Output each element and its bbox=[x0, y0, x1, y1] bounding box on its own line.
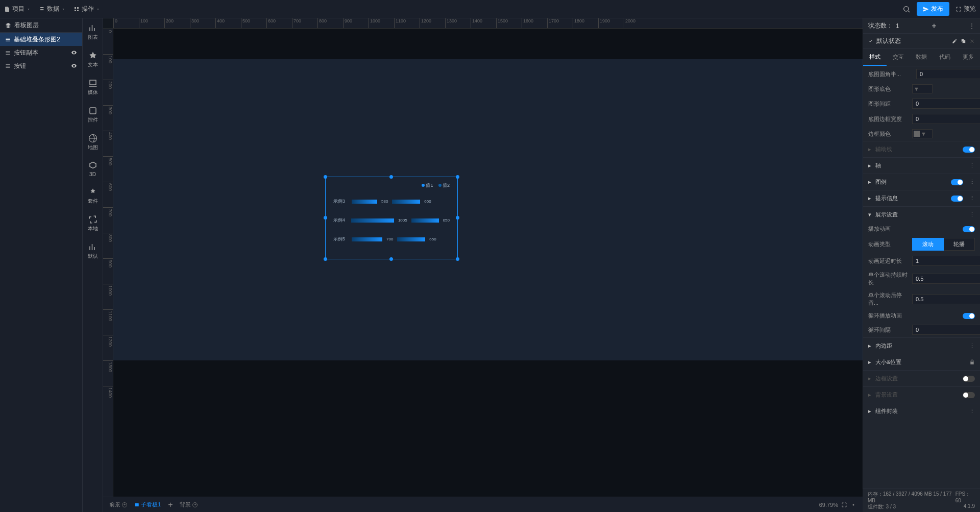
gap-label: 图形间距 bbox=[868, 100, 908, 108]
layers-header: 看板图层 bbox=[0, 18, 82, 33]
anim-scroll-button[interactable]: 滚动 bbox=[912, 238, 944, 251]
section-encapsulate[interactable]: ▸组件封装⋮ bbox=[863, 403, 980, 419]
legend-toggle[interactable] bbox=[951, 179, 963, 185]
tool-label: 媒体 bbox=[88, 89, 98, 96]
section-axis[interactable]: ▸轴⋮ bbox=[863, 157, 980, 174]
bg-color-picker[interactable]: ▼ bbox=[912, 84, 933, 93]
section-border-set[interactable]: ▸边框设置 bbox=[863, 370, 980, 386]
tool-label: 本地 bbox=[88, 225, 98, 232]
border-width-input[interactable] bbox=[912, 114, 980, 124]
bars-icon bbox=[5, 37, 11, 42]
tab-background[interactable]: 背景+ bbox=[180, 501, 198, 508]
guide-toggle[interactable] bbox=[963, 147, 975, 153]
copy-icon[interactable] bbox=[961, 38, 966, 44]
publish-button[interactable]: 发布 bbox=[917, 2, 949, 16]
svg-rect-2 bbox=[135, 503, 139, 506]
file-icon bbox=[4, 6, 10, 12]
gap-input[interactable] bbox=[912, 99, 980, 109]
border-color-label: 边框颜色 bbox=[868, 130, 908, 138]
corner-radius-input[interactable] bbox=[916, 69, 980, 79]
check-icon bbox=[868, 39, 873, 44]
close-icon[interactable] bbox=[969, 38, 975, 44]
loop-toggle[interactable] bbox=[963, 313, 975, 319]
menu-project[interactable]: 项目 bbox=[4, 5, 31, 13]
anim-carousel-button[interactable]: 轮播 bbox=[944, 238, 975, 251]
default-state-label[interactable]: 默认状态 bbox=[876, 37, 901, 45]
canvas-area: 0100200300400500600700800900100011001200… bbox=[103, 18, 863, 512]
layers-title: 看板图层 bbox=[14, 21, 39, 30]
tool-icon bbox=[88, 106, 97, 115]
section-bg-set[interactable]: ▸背景设置 bbox=[863, 386, 980, 403]
tool-label: 文本 bbox=[88, 61, 98, 68]
section-tooltip[interactable]: ▸提示信息⋮ bbox=[863, 190, 980, 206]
tool-label: 控件 bbox=[88, 116, 98, 124]
prop-tab-3[interactable]: 代码 bbox=[933, 49, 957, 66]
lock-icon[interactable] bbox=[969, 359, 975, 365]
bars-icon bbox=[5, 50, 11, 56]
tooltip-toggle[interactable] bbox=[951, 196, 963, 202]
menu-data[interactable]: 数据 bbox=[39, 5, 65, 13]
delay-input[interactable] bbox=[912, 256, 980, 266]
menu-ops[interactable]: 操作 bbox=[74, 5, 100, 13]
section-guide[interactable]: ▸辅助线 bbox=[863, 141, 980, 157]
add-tab-button[interactable]: + bbox=[168, 500, 173, 509]
layer-item[interactable]: 基础堆叠条形图2 bbox=[0, 33, 82, 46]
tool-label: 地图 bbox=[88, 144, 98, 151]
settings-icon[interactable] bbox=[850, 502, 856, 508]
edit-icon[interactable] bbox=[952, 38, 958, 44]
layer-label: 按钮副本 bbox=[14, 48, 38, 57]
fit-icon[interactable] bbox=[841, 502, 847, 508]
tab-foreground[interactable]: 前景+ bbox=[109, 501, 127, 508]
tool-控件[interactable]: 控件 bbox=[88, 106, 98, 124]
tool-icon bbox=[88, 161, 97, 170]
layer-item[interactable]: 按钮副本 bbox=[0, 46, 82, 59]
canvas[interactable]: 值1 值2 示例3580650 示例41005650 示例5700650 bbox=[113, 29, 863, 497]
tool-地图[interactable]: 地图 bbox=[88, 134, 98, 151]
prop-tab-0[interactable]: 样式 bbox=[863, 49, 887, 66]
tool-本地[interactable]: 本地 bbox=[88, 215, 98, 232]
section-legend[interactable]: ▸图例⋮ bbox=[863, 174, 980, 190]
prop-tab-1[interactable]: 交互 bbox=[887, 49, 910, 66]
chart-preview: 值1 值2 示例3580650 示例41005650 示例5700650 bbox=[326, 177, 457, 259]
bg-set-toggle[interactable] bbox=[963, 392, 975, 398]
eye-icon[interactable] bbox=[71, 50, 77, 56]
svg-point-0 bbox=[904, 6, 909, 11]
preview-button[interactable]: 预览 bbox=[955, 5, 976, 13]
layer-item[interactable]: 按钮 bbox=[0, 59, 82, 72]
tool-label: 图表 bbox=[88, 34, 98, 41]
scroll-dur-input[interactable] bbox=[912, 274, 980, 284]
status-bar: 内存：162 / 3927 / 4096 MB 15 / 177 MBFPS：6… bbox=[863, 489, 980, 512]
selected-component[interactable]: 值1 值2 示例3580650 示例41005650 示例5700650 bbox=[325, 177, 458, 259]
state-count-label: 状态数： bbox=[868, 21, 893, 30]
play-anim-toggle[interactable] bbox=[963, 226, 975, 232]
prop-tab-2[interactable]: 数据 bbox=[910, 49, 934, 66]
tab-subboard[interactable]: 子看板1 bbox=[134, 501, 161, 508]
layer-label: 基础堆叠条形图2 bbox=[14, 35, 60, 44]
prop-tab-4[interactable]: 更多 bbox=[957, 49, 980, 66]
more-icon[interactable]: ⋮ bbox=[969, 22, 975, 30]
tool-label: 3D bbox=[89, 172, 96, 177]
section-padding[interactable]: ▸内边距⋮ bbox=[863, 337, 980, 354]
tool-媒体[interactable]: 媒体 bbox=[88, 79, 98, 96]
tool-套件[interactable]: 套件 bbox=[88, 187, 98, 205]
section-display[interactable]: ▾展示设置⋮ bbox=[863, 206, 980, 223]
section-size-pos[interactable]: ▸大小&位置 bbox=[863, 354, 980, 370]
border-set-toggle[interactable] bbox=[963, 376, 975, 382]
svg-rect-1 bbox=[90, 108, 96, 114]
eye-icon[interactable] bbox=[71, 63, 77, 69]
menu-project-label: 项目 bbox=[12, 5, 24, 13]
tool-文本[interactable]: 文本 bbox=[88, 51, 98, 68]
tool-默认[interactable]: 默认 bbox=[88, 242, 98, 260]
scroll-stay-input[interactable] bbox=[912, 294, 980, 304]
add-state-button[interactable]: + bbox=[932, 21, 936, 31]
chevron-down-icon bbox=[61, 7, 65, 11]
menu-data-label: 数据 bbox=[47, 5, 59, 13]
tool-图表[interactable]: 图表 bbox=[88, 23, 98, 41]
tool-3D[interactable]: 3D bbox=[88, 161, 97, 177]
search-icon[interactable] bbox=[902, 5, 911, 13]
border-color-picker[interactable]: ▼ bbox=[912, 129, 933, 138]
state-count-value: 1 bbox=[896, 22, 899, 30]
preview-label: 预览 bbox=[964, 5, 976, 13]
loop-gap-input[interactable] bbox=[912, 325, 980, 335]
ruler-vertical: 0100200300400500600700800900100011001200… bbox=[103, 29, 113, 497]
